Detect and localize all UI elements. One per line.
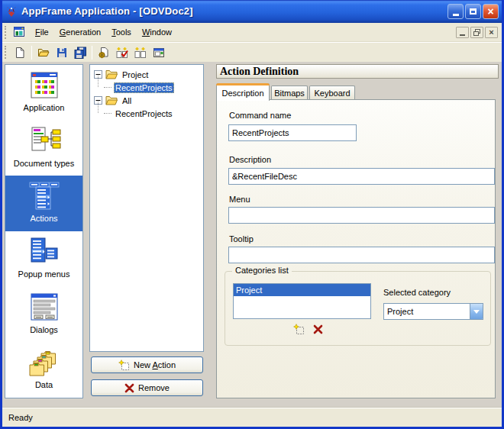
tree-connector [104,113,111,114]
minimize-button[interactable] [447,4,464,19]
new-item-icon [118,360,130,371]
save-all-icon [74,47,86,59]
toolbar-grip[interactable] [5,46,7,59]
window-preview-button[interactable] [150,44,168,61]
sidebar: Application Document types [5,64,83,398]
document-types-icon [27,126,62,156]
tree-node-all[interactable]: All [94,94,203,107]
new-action-label: New Action [134,360,176,369]
sidebar-label: Dialogs [30,325,58,334]
window-preview-icon [153,47,165,59]
new-document-button[interactable] [11,44,29,61]
red-x-icon [124,383,134,393]
remove-label: Remove [138,383,170,392]
maximize-button[interactable] [465,4,481,19]
title-bar[interactable]: AppFrame Application - [ODVDoc2] × [0,0,504,23]
menu-generation[interactable]: Generation [54,25,106,39]
mdi-document-icon[interactable] [13,26,25,38]
close-icon: × [487,6,493,17]
selected-category-label: Selected category [383,288,451,297]
generate-button[interactable] [95,44,113,61]
categories-group-label: Categories list [232,266,292,275]
panel-title: Action Definition [216,64,499,79]
save-icon [56,47,68,59]
data-icon [27,347,62,378]
description-input[interactable] [228,168,495,185]
categories-listbox[interactable]: Project [233,283,371,319]
sidebar-label: Document types [14,159,74,168]
mdi-restore-button[interactable] [470,27,483,38]
delete-category-icon[interactable] [313,324,323,334]
toolbar-separator [31,46,32,60]
close-button[interactable]: × [483,4,499,19]
tree-connector [98,102,99,113]
new-actions-icon [134,47,147,59]
app-logo-icon [5,5,18,18]
sidebar-item-popup-menus[interactable]: Popup menus [5,231,82,287]
sidebar-label: Application [24,103,65,112]
combobox-value: Project [384,307,470,316]
description-tab-page: Command name Description Menu Tooltip Ca… [216,99,496,398]
application-window: AppFrame Application - [ODVDoc2] × File … [0,0,504,429]
application-icon [27,70,62,101]
toolbar-separator [92,46,92,60]
tab-strip: Description Bitmaps Keyboard [216,83,496,100]
mdi-restore-icon [473,29,480,36]
new-action-check-button[interactable] [113,44,131,61]
description-label: Description [229,155,271,164]
new-action-button[interactable]: New Action [91,356,203,373]
sidebar-item-dialogs[interactable]: Dialogs [5,287,82,343]
category-list-item[interactable]: Project [234,284,370,296]
tab-keyboard[interactable]: Keyboard [309,85,355,100]
minimize-icon [453,14,459,16]
folder-icon [105,95,118,105]
menu-label: Menu [229,195,250,204]
combobox-dropdown-button[interactable] [470,304,483,319]
menu-tools[interactable]: Tools [106,25,137,39]
save-button[interactable] [53,44,71,61]
command-name-label: Command name [229,111,291,120]
open-button[interactable] [34,44,53,61]
tooltip-input[interactable] [228,247,495,263]
sidebar-label: Popup menus [18,269,70,279]
tab-bitmaps[interactable]: Bitmaps [271,85,308,100]
toolbar [2,42,502,62]
tree-node-recentprojects[interactable]: RecentProjects [94,81,203,94]
new-document-icon [14,47,26,59]
selected-category-combobox[interactable]: Project [383,303,483,320]
dialogs-icon [27,292,62,323]
tooltip-label: Tooltip [229,234,254,244]
maximize-icon [470,8,477,15]
sidebar-item-data[interactable]: Data [5,342,82,398]
chevron-down-icon [473,310,480,314]
generate-icon [98,47,110,59]
mdi-close-button[interactable]: × [485,27,498,38]
popup-menus-icon [27,237,62,267]
menu-file[interactable]: File [30,25,54,39]
actions-tree: Project RecentProjects All RecentProject… [89,64,204,352]
tree-node-project[interactable]: Project [94,68,203,81]
mdi-window-controls: × [456,27,498,38]
actions-icon [27,181,62,211]
tree-connector [98,76,99,87]
mdi-minimize-button[interactable] [456,27,469,38]
tab-description[interactable]: Description [216,83,270,101]
new-action-check-icon [116,47,128,59]
save-all-button[interactable] [71,44,89,61]
mdi-minimize-icon [460,34,465,36]
tree-node-all-recentprojects[interactable]: RecentProjects [94,107,203,120]
menu-window[interactable]: Window [137,25,177,39]
command-name-input[interactable] [228,124,357,141]
remove-button[interactable]: Remove [91,379,203,396]
menu-input[interactable] [228,207,495,224]
status-bar: Ready [2,407,502,427]
sidebar-item-application[interactable]: Application [5,65,82,121]
sidebar-label: Actions [30,214,57,223]
new-actions-button[interactable] [131,44,150,61]
sidebar-item-document-types[interactable]: Document types [5,121,82,176]
sidebar-label: Data [35,380,53,389]
menubar-grip[interactable] [5,26,7,39]
add-category-icon[interactable] [293,324,305,335]
folder-icon [105,69,118,79]
sidebar-item-actions[interactable]: Actions [5,176,82,231]
